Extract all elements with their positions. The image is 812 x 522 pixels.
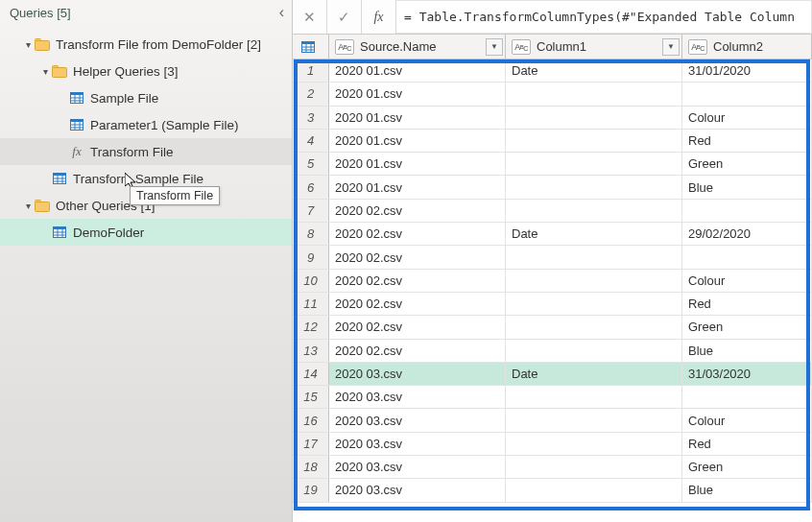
row-number[interactable]: 9: [293, 246, 329, 268]
cell-c2[interactable]: Blue: [682, 479, 812, 501]
cell-c2[interactable]: 29/02/2020: [682, 223, 812, 245]
expand-icon[interactable]: ▾: [21, 39, 35, 50]
row-number[interactable]: 19: [293, 479, 329, 501]
cell-c1[interactable]: Date: [506, 59, 682, 82]
cell-c1[interactable]: [506, 293, 682, 315]
table-row[interactable]: 192020 03.csvBlue: [293, 479, 812, 502]
cell-c1[interactable]: [506, 200, 682, 222]
grid-corner[interactable]: [293, 35, 329, 59]
table-row[interactable]: 12020 01.csvDate31/01/2020: [293, 59, 812, 83]
cell-source[interactable]: 2020 02.csv: [329, 340, 506, 362]
tree-item[interactable]: ▾Helper Queries [3]: [0, 58, 292, 84]
row-number[interactable]: 1: [293, 59, 329, 82]
table-row[interactable]: 132020 02.csvBlue: [293, 340, 812, 363]
cell-c2[interactable]: Blue: [682, 176, 812, 198]
cell-c2[interactable]: Colour: [682, 409, 812, 431]
row-number[interactable]: 12: [293, 316, 329, 338]
cell-source[interactable]: 2020 02.csv: [329, 223, 506, 245]
table-row[interactable]: 102020 02.csvColour: [293, 270, 812, 293]
cell-source[interactable]: 2020 03.csv: [329, 363, 506, 385]
cell-c1[interactable]: [506, 153, 682, 175]
cell-c2[interactable]: [682, 83, 812, 105]
cell-c1[interactable]: [506, 409, 682, 431]
cell-c2[interactable]: Green: [682, 456, 812, 478]
cell-c2[interactable]: Red: [682, 130, 812, 152]
table-row[interactable]: 82020 02.csvDate29/02/2020: [293, 223, 812, 246]
cell-source[interactable]: 2020 03.csv: [329, 386, 506, 408]
table-row[interactable]: 62020 01.csvBlue: [293, 176, 812, 199]
cell-c1[interactable]: [506, 456, 682, 478]
table-row[interactable]: 32020 01.csvColour: [293, 107, 812, 130]
cell-c2[interactable]: Green: [682, 153, 812, 175]
row-number[interactable]: 8: [293, 223, 329, 245]
cell-source[interactable]: 2020 02.csv: [329, 246, 506, 268]
table-row[interactable]: 72020 02.csv: [293, 200, 812, 223]
table-row[interactable]: 122020 02.csvGreen: [293, 316, 812, 339]
cell-c2[interactable]: Blue: [682, 340, 812, 362]
row-number[interactable]: 4: [293, 130, 329, 152]
cell-source[interactable]: 2020 02.csv: [329, 293, 506, 315]
type-text-icon[interactable]: ABC: [335, 39, 354, 55]
cell-c2[interactable]: [682, 200, 812, 222]
cancel-button[interactable]: ✕: [293, 0, 327, 34]
tree-item[interactable]: Sample File: [0, 84, 292, 111]
formula-input[interactable]: = Table.TransformColumnTypes(#"Expanded …: [396, 0, 812, 34]
cell-source[interactable]: 2020 01.csv: [329, 176, 506, 198]
cell-source[interactable]: 2020 03.csv: [329, 479, 506, 501]
cell-c1[interactable]: [506, 316, 682, 338]
row-number[interactable]: 11: [293, 293, 329, 315]
table-row[interactable]: 142020 03.csvDate31/03/2020: [293, 363, 812, 386]
collapse-icon[interactable]: ‹: [279, 4, 284, 21]
cell-c2[interactable]: [682, 246, 812, 268]
cell-source[interactable]: 2020 01.csv: [329, 107, 506, 129]
tree-item[interactable]: ▾Transform File from DemoFolder [2]: [0, 31, 292, 58]
column-header-c2[interactable]: ABC Column2: [682, 35, 812, 59]
cell-c2[interactable]: [682, 386, 812, 408]
cell-source[interactable]: 2020 02.csv: [329, 200, 506, 222]
cell-source[interactable]: 2020 03.csv: [329, 456, 506, 478]
cell-c1[interactable]: Date: [506, 223, 682, 245]
cell-c1[interactable]: [506, 340, 682, 362]
row-number[interactable]: 14: [293, 363, 329, 385]
column-header-source[interactable]: ABC Source.Name ▼: [329, 35, 506, 59]
cell-c1[interactable]: [506, 386, 682, 408]
row-number[interactable]: 16: [293, 409, 329, 431]
cell-source[interactable]: 2020 01.csv: [329, 59, 506, 82]
expand-icon[interactable]: ▾: [21, 201, 35, 211]
table-row[interactable]: 112020 02.csvRed: [293, 293, 812, 316]
row-number[interactable]: 10: [293, 270, 329, 292]
row-number[interactable]: 6: [293, 176, 329, 198]
cell-source[interactable]: 2020 03.csv: [329, 409, 506, 431]
cell-source[interactable]: 2020 01.csv: [329, 83, 506, 105]
expand-icon[interactable]: ▾: [38, 66, 52, 77]
accept-button[interactable]: ✓: [327, 0, 362, 34]
cell-c2[interactable]: Colour: [682, 107, 812, 129]
cell-c2[interactable]: Colour: [682, 270, 812, 292]
cell-source[interactable]: 2020 02.csv: [329, 316, 506, 338]
fx-icon[interactable]: fx: [362, 0, 396, 34]
row-number[interactable]: 13: [293, 340, 329, 362]
type-text-icon[interactable]: ABC: [512, 39, 531, 55]
cell-source[interactable]: 2020 01.csv: [329, 153, 506, 175]
row-number[interactable]: 3: [293, 107, 329, 129]
cell-c1[interactable]: [506, 270, 682, 292]
cell-source[interactable]: 2020 02.csv: [329, 270, 506, 292]
table-row[interactable]: 182020 03.csvGreen: [293, 456, 812, 479]
cell-c2[interactable]: 31/01/2020: [682, 59, 812, 82]
cell-c2[interactable]: Red: [682, 433, 812, 455]
row-number[interactable]: 15: [293, 386, 329, 408]
cell-c1[interactable]: [506, 130, 682, 152]
table-row[interactable]: 52020 01.csvGreen: [293, 153, 812, 176]
cell-c1[interactable]: Date: [506, 363, 682, 385]
cell-source[interactable]: 2020 03.csv: [329, 433, 506, 455]
cell-c2[interactable]: Green: [682, 316, 812, 338]
chevron-down-icon[interactable]: ▼: [486, 38, 503, 56]
table-row[interactable]: 172020 03.csvRed: [293, 433, 812, 456]
table-row[interactable]: 92020 02.csv: [293, 246, 812, 269]
row-number[interactable]: 2: [293, 83, 329, 105]
cell-c1[interactable]: [506, 107, 682, 129]
row-number[interactable]: 17: [293, 433, 329, 455]
table-row[interactable]: 152020 03.csv: [293, 386, 812, 409]
table-row[interactable]: 42020 01.csvRed: [293, 130, 812, 153]
cell-c1[interactable]: [506, 246, 682, 268]
